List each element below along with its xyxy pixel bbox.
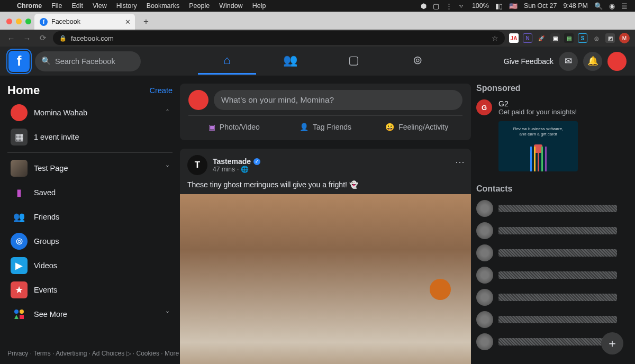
minimize-window-icon[interactable] — [16, 19, 22, 24]
maximize-window-icon[interactable] — [25, 19, 31, 24]
app-tray-icon[interactable]: ▢ — [433, 2, 439, 10]
lock-icon[interactable]: 🔒 — [59, 35, 67, 42]
address-bar[interactable]: 🔒 facebook.com ☆ — [53, 31, 505, 45]
sidebar-events[interactable]: ★ Events — [7, 278, 173, 302]
contact-item[interactable] — [476, 222, 628, 239]
ext-icon-8[interactable]: ◩ — [605, 33, 615, 43]
sponsored-label: Sponsored — [476, 84, 628, 93]
post-video[interactable] — [180, 194, 471, 364]
messenger-button[interactable]: ✉ — [559, 52, 578, 71]
tag-friends-button[interactable]: 👤 Tag Friends — [280, 116, 371, 138]
sidebar-videos[interactable]: ▶ Videos — [7, 253, 173, 278]
menu-view[interactable]: View — [93, 2, 107, 10]
menu-file[interactable]: File — [51, 2, 62, 10]
menubar-date[interactable]: Sun Oct 27 — [524, 2, 557, 10]
chevron-down-icon[interactable]: ˅ — [166, 164, 169, 172]
contact-item[interactable] — [476, 267, 628, 284]
notifications-button[interactable]: 🔔 — [583, 52, 602, 71]
sponsor-image[interactable]: Review business software,and earn a gift… — [498, 121, 578, 171]
ext-icon-6[interactable]: S — [578, 33, 587, 43]
sidebar-see-more[interactable]: See More ˅ — [7, 302, 173, 326]
sponsor-title: G2 — [498, 99, 509, 108]
bookmark-star-icon[interactable]: ☆ — [492, 34, 498, 42]
contact-item[interactable] — [476, 311, 628, 328]
dropbox-icon[interactable]: ⬢ — [421, 2, 427, 10]
menu-bookmarks[interactable]: Bookmarks — [147, 2, 180, 10]
new-message-fab[interactable]: ＋ — [601, 332, 623, 354]
menu-people[interactable]: People — [189, 2, 210, 10]
battery-icon: ▮▯ — [495, 2, 503, 10]
ext-icon-7[interactable]: ◎ — [592, 33, 601, 43]
chevron-up-icon[interactable]: ˄ — [166, 108, 169, 117]
spotlight-icon[interactable]: 🔍 — [594, 2, 603, 10]
sidebar-test-page[interactable]: Test Page ˅ — [7, 156, 173, 180]
footer-links[interactable]: Privacy · Terms · Advertising · Ad Choic… — [7, 349, 166, 359]
give-feedback-link[interactable]: Give Feedback — [504, 57, 554, 66]
back-button[interactable]: ← — [5, 34, 17, 43]
flag-icon[interactable]: 🇺🇸 — [509, 2, 518, 10]
nav-watch[interactable]: ▢ — [325, 48, 383, 75]
friends-label: Friends — [34, 213, 59, 221]
calendar-icon: ▦ — [11, 129, 28, 145]
close-window-icon[interactable] — [6, 19, 12, 24]
contact-avatar — [476, 267, 493, 284]
browser-tab[interactable]: f Facebook ✕ — [34, 14, 135, 30]
sponsored-item[interactable]: G G2 Get paid for your insights! — [476, 99, 628, 116]
globe-icon[interactable]: 🌐 — [241, 166, 249, 173]
menu-window[interactable]: Window — [219, 2, 242, 10]
bluetooth-icon[interactable]: ⋮ — [446, 2, 452, 10]
contact-item[interactable] — [476, 244, 628, 261]
photo-video-button[interactable]: ▣ Photo/Video — [188, 116, 280, 138]
feeling-activity-button[interactable]: 😀 Feeling/Activity — [371, 116, 462, 138]
nav-home[interactable]: ⌂ — [198, 48, 256, 75]
reload-button[interactable]: ⟳ — [37, 33, 49, 43]
close-tab-icon[interactable]: ✕ — [125, 18, 131, 26]
post-time[interactable]: 47 mins — [213, 166, 235, 173]
chevron-down-icon[interactable]: ˅ — [166, 310, 169, 319]
sidebar-groups[interactable]: ⊚ Groups — [7, 229, 173, 253]
chrome-profile-avatar[interactable]: M — [619, 33, 630, 43]
contact-item[interactable] — [476, 289, 628, 306]
new-tab-button[interactable]: + — [139, 15, 153, 29]
ext-icon-2[interactable]: N — [523, 33, 532, 43]
status-input[interactable]: What's on your mind, Momina? — [214, 90, 462, 110]
nav-groups[interactable]: ⊚ — [388, 48, 447, 75]
menu-history[interactable]: History — [116, 2, 137, 10]
sidebar-profile[interactable]: Momina Wahab ˄ — [7, 101, 173, 125]
window-controls[interactable] — [5, 19, 34, 30]
svg-rect-3 — [20, 315, 24, 319]
sidebar-event-invite[interactable]: ▦ 1 event invite — [7, 125, 173, 149]
ext-icon-4[interactable]: ▣ — [550, 33, 560, 43]
search-input[interactable]: 🔍 Search Facebook — [35, 51, 141, 71]
plus-icon: ＋ — [606, 335, 618, 351]
post-menu-button[interactable]: ⋯ — [455, 156, 465, 168]
contact-name — [498, 205, 617, 212]
profile-avatar[interactable] — [607, 52, 627, 71]
ext-icon-3[interactable]: 🚀 — [537, 33, 546, 43]
contact-item[interactable] — [476, 200, 628, 217]
wifi-icon[interactable]: ᯤ — [459, 2, 466, 10]
nav-friends[interactable]: 👥 — [261, 48, 320, 75]
post-author[interactable]: Tastemade ✓ — [213, 157, 260, 166]
app-name[interactable]: Chrome — [17, 2, 42, 10]
menu-edit[interactable]: Edit — [71, 2, 83, 10]
center-nav: ⌂ 👥 ▢ ⊚ — [141, 48, 504, 75]
ext-icon-1[interactable]: JA — [509, 33, 519, 43]
watch-icon: ▢ — [348, 53, 359, 67]
menu-help[interactable]: Help — [252, 2, 266, 10]
friends-icon: 👥 — [283, 53, 297, 67]
facebook-logo-icon[interactable]: f — [8, 51, 30, 72]
sidebar-saved[interactable]: ▮ Saved — [7, 180, 173, 205]
siri-icon[interactable]: ◉ — [609, 2, 615, 10]
list-icon[interactable]: ☰ — [621, 2, 628, 10]
sidebar-friends[interactable]: 👥 Friends — [7, 205, 173, 229]
facebook-favicon-icon: f — [40, 18, 48, 26]
composer-avatar[interactable] — [188, 90, 208, 110]
contact-avatar — [476, 222, 493, 239]
contact-name — [498, 271, 617, 279]
post-author-avatar[interactable]: T — [187, 155, 207, 175]
create-link[interactable]: Create — [149, 86, 173, 95]
menubar-time[interactable]: 9:48 PM — [563, 2, 588, 10]
ext-icon-5[interactable]: ▤ — [564, 33, 574, 43]
chrome-toolbar: ← → ⟳ 🔒 facebook.com ☆ JA N 🚀 ▣ ▤ S ◎ ◩ … — [0, 30, 635, 47]
